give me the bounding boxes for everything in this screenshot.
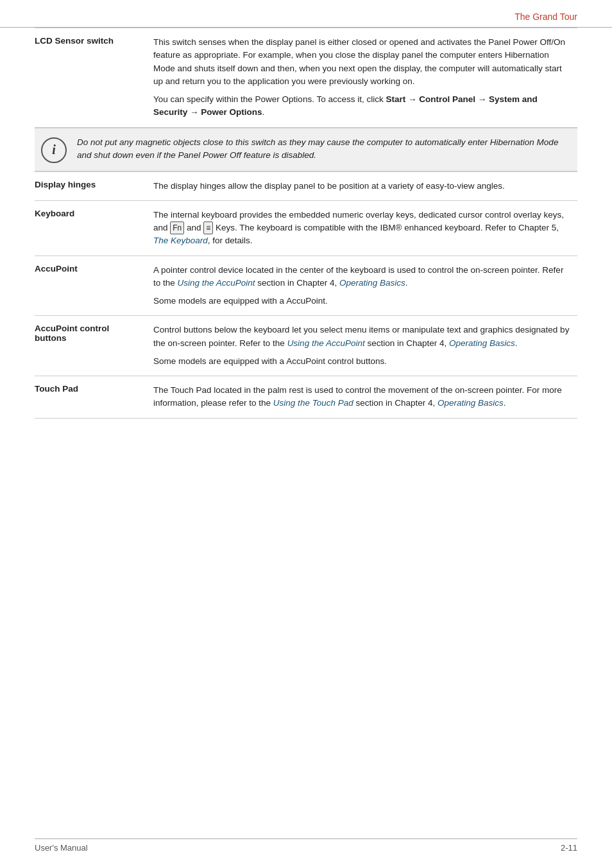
link-using-accupoint-1[interactable]: Using the AccuPoint [178, 278, 255, 288]
desc-touch-pad: The Touch Pad located in the palm rest i… [153, 376, 577, 419]
accupoint-para1: A pointer control device located in the … [153, 264, 571, 290]
info-icon-letter: i [52, 143, 56, 157]
page-footer: User's Manual 2-11 [35, 838, 577, 853]
term-accupoint: AccuPoint [35, 256, 153, 316]
page-header: The Grand Tour [0, 0, 612, 28]
touch-pad-para1: The Touch Pad located in the palm rest i… [153, 384, 571, 410]
key-icon-fn: Fn [170, 221, 184, 234]
term-lcd-sensor: LCD Sensor switch [35, 28, 153, 128]
lcd-sensor-para1: This switch senses when the display pane… [153, 36, 571, 88]
link-keyboard[interactable]: The Keyboard [153, 236, 208, 245]
link-using-accupoint-2[interactable]: Using the AccuPoint [287, 338, 365, 348]
table-row: LCD Sensor switch This switch senses whe… [35, 28, 577, 128]
desc-keyboard: The internal keyboard provides the embed… [153, 200, 577, 256]
desc-display-hinges: The display hinges allow the display pan… [153, 171, 577, 200]
table-row-accupoint: AccuPoint A pointer control device locat… [35, 256, 577, 316]
lcd-sensor-para2: You can specify within the Power Options… [153, 93, 571, 119]
term-keyboard: Keyboard [35, 200, 153, 256]
display-hinges-para1: The display hinges allow the display pan… [153, 180, 571, 193]
note-text: Do not put any magnetic objects close to… [77, 136, 571, 162]
table-row-display-hinges: Display hinges The display hinges allow … [35, 171, 577, 200]
term-accupoint-buttons: AccuPoint control buttons [35, 316, 153, 376]
info-table-2: Display hinges The display hinges allow … [35, 171, 577, 419]
footer-left: User's Manual [35, 843, 88, 853]
link-operating-basics-1[interactable]: Operating Basics [339, 278, 405, 288]
table-row-accupoint-buttons: AccuPoint control buttons Control button… [35, 316, 577, 376]
info-icon: i [41, 137, 67, 163]
accupoint-buttons-para1: Control buttons below the keyboard let y… [153, 324, 571, 350]
keyboard-para1: The internal keyboard provides the embed… [153, 209, 571, 248]
key-icon-menu: ≡ [203, 221, 213, 234]
link-operating-basics-3[interactable]: Operating Basics [438, 398, 504, 408]
header-title: The Grand Tour [514, 12, 577, 22]
term-touch-pad: Touch Pad [35, 376, 153, 419]
info-table: LCD Sensor switch This switch senses whe… [35, 28, 577, 128]
note-box: i Do not put any magnetic objects close … [35, 128, 577, 171]
term-display-hinges: Display hinges [35, 171, 153, 200]
main-content: LCD Sensor switch This switch senses whe… [0, 28, 612, 419]
accupoint-buttons-para2: Some models are equipped with a AccuPoin… [153, 355, 571, 368]
desc-accupoint: A pointer control device located in the … [153, 256, 577, 316]
accupoint-para2: Some models are equipped with a AccuPoin… [153, 295, 571, 308]
desc-accupoint-buttons: Control buttons below the keyboard let y… [153, 316, 577, 376]
table-row-keyboard: Keyboard The internal keyboard provides … [35, 200, 577, 256]
footer-right: 2-11 [561, 843, 577, 853]
link-operating-basics-2[interactable]: Operating Basics [449, 338, 515, 348]
table-row-touch-pad: Touch Pad The Touch Pad located in the p… [35, 376, 577, 419]
desc-lcd-sensor: This switch senses when the display pane… [153, 28, 577, 128]
link-using-touch-pad[interactable]: Using the Touch Pad [273, 398, 353, 408]
